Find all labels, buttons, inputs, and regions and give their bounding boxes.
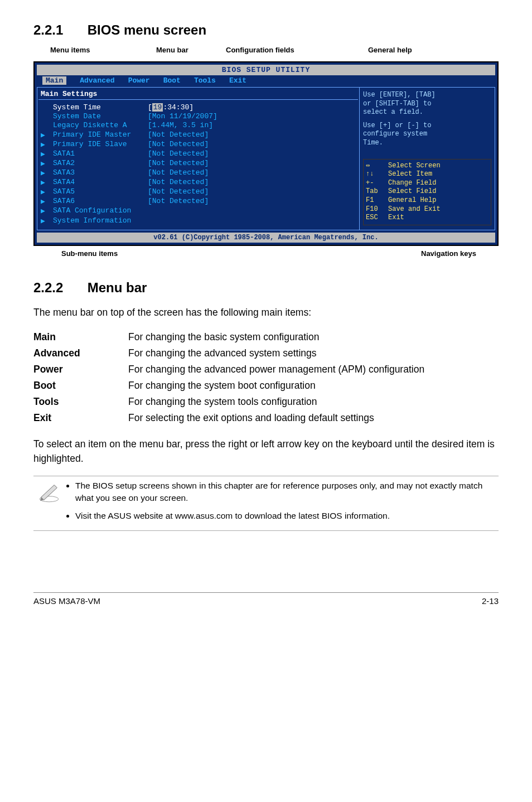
submenu-arrow-icon: ▶ bbox=[41, 206, 53, 215]
bios-field-value[interactable]: [Not Detected] bbox=[148, 131, 356, 139]
bios-field-label[interactable]: SATA1 bbox=[53, 149, 148, 158]
bios-field-label[interactable]: SATA Configuration bbox=[53, 206, 148, 215]
bios-field-label[interactable]: SATA2 bbox=[53, 159, 148, 168]
svg-marker-1 bbox=[41, 485, 57, 500]
note-item: The BIOS setup screens shown in this cha… bbox=[75, 480, 499, 504]
nav-desc: Select Field bbox=[388, 187, 436, 195]
definition-term: Boot bbox=[33, 378, 128, 394]
definition-row: AdvancedFor changing the advanced system… bbox=[33, 345, 424, 361]
diagram-bottom-labels: Sub-menu items Navigation keys bbox=[33, 249, 499, 258]
label-general-help: General help bbox=[368, 46, 412, 54]
submenu-arrow-icon bbox=[41, 112, 53, 120]
bios-field-value[interactable]: [Not Detected] bbox=[148, 149, 356, 158]
bios-field-label[interactable]: Legacy Diskette A bbox=[53, 121, 148, 129]
definition-desc: For changing the advanced system setting… bbox=[128, 345, 424, 361]
bios-field-value[interactable]: [1.44M, 3.5 in] bbox=[148, 121, 356, 129]
definition-term: Tools bbox=[33, 394, 128, 410]
bios-footer-bar: v02.61 (C)Copyright 1985-2008, American … bbox=[37, 233, 495, 243]
section-heading-2: 2.2.2 Menu bar bbox=[33, 280, 499, 296]
section-heading-1: 2.2.1 BIOS menu screen bbox=[33, 22, 499, 38]
tab-power[interactable]: Power bbox=[128, 76, 150, 85]
nav-desc: General Help bbox=[388, 196, 436, 204]
submenu-arrow-icon: ▶ bbox=[41, 187, 53, 196]
tab-exit[interactable]: Exit bbox=[229, 76, 246, 85]
tab-main[interactable]: Main bbox=[42, 76, 66, 85]
label-menu-bar: Menu bar bbox=[156, 46, 188, 54]
nav-key: ↑↓ bbox=[366, 170, 388, 179]
bios-field-label[interactable]: SATA6 bbox=[53, 197, 148, 206]
definition-row: BootFor changing the system boot configu… bbox=[33, 378, 424, 394]
nav-key: ESC bbox=[366, 214, 388, 223]
definition-desc: For changing the system tools configurat… bbox=[128, 394, 424, 410]
menu-bar-definitions: MainFor changing the basic system config… bbox=[33, 329, 424, 426]
nav-key-row: ⇔Select Screen bbox=[366, 162, 489, 171]
definition-term: Main bbox=[33, 329, 128, 345]
bios-field-value bbox=[148, 206, 356, 215]
bios-field-value[interactable]: [Not Detected] bbox=[148, 187, 356, 196]
help-line: Time. bbox=[363, 139, 491, 148]
definition-row: MainFor changing the basic system config… bbox=[33, 329, 424, 345]
bios-field-grid: System Time[19:34:30]System Date[Mon 11/… bbox=[38, 100, 358, 229]
submenu-arrow-icon: ▶ bbox=[41, 178, 53, 187]
section-number: 2.2.2 bbox=[33, 280, 84, 296]
bios-field-label[interactable]: SATA4 bbox=[53, 178, 148, 187]
help-line: Use [+] or [-] to bbox=[363, 122, 491, 131]
note-item: Visit the ASUS website at www.asus.com t… bbox=[75, 510, 499, 522]
nav-key-row: TabSelect Field bbox=[366, 187, 489, 196]
label-navkeys: Navigation keys bbox=[421, 249, 476, 258]
nav-key-row: F10Save and Exit bbox=[366, 205, 489, 214]
nav-desc: Save and Exit bbox=[388, 205, 441, 213]
help-text: Use [ENTER], [TAB] or [SHIFT-TAB] to sel… bbox=[363, 91, 491, 148]
nav-key-row: F1General Help bbox=[366, 196, 489, 205]
bios-field-value[interactable]: [Not Detected] bbox=[148, 140, 356, 149]
bios-field-label[interactable]: SATA5 bbox=[53, 187, 148, 196]
bios-field-value[interactable]: [19:34:30] bbox=[148, 103, 356, 112]
bios-field-value[interactable]: [Not Detected] bbox=[148, 197, 356, 206]
bios-left-pane: Main Settings System Time[19:34:30]Syste… bbox=[37, 87, 360, 230]
definition-desc: For selecting the exit options and loadi… bbox=[128, 410, 424, 426]
bios-title-bar: BIOS SETUP UTILITY bbox=[37, 65, 495, 75]
bios-field-label[interactable]: Primary IDE Master bbox=[53, 131, 148, 139]
bios-field-value[interactable]: [Not Detected] bbox=[148, 159, 356, 168]
label-config-fields: Configuration fields bbox=[226, 46, 294, 54]
footer-left: ASUS M3A78-VM bbox=[33, 596, 100, 606]
bios-field-label[interactable]: System Time bbox=[53, 103, 148, 112]
nav-key: F1 bbox=[366, 196, 388, 205]
note-list: The BIOS setup screens shown in this cha… bbox=[65, 480, 499, 527]
nav-keys-box: ⇔Select Screen↑↓Select Item+-Change Fiel… bbox=[363, 159, 491, 225]
nav-desc: Select Item bbox=[388, 170, 432, 178]
submenu-arrow-icon bbox=[41, 121, 53, 129]
nav-key: +- bbox=[366, 179, 388, 188]
bios-menu-bar[interactable]: Main Advanced Power Boot Tools Exit bbox=[37, 75, 495, 87]
page-footer: ASUS M3A78-VM 2-13 bbox=[33, 592, 499, 606]
definition-term: Exit bbox=[33, 410, 128, 426]
help-line: or [SHIFT-TAB] to bbox=[363, 100, 491, 109]
nav-key: ⇔ bbox=[366, 162, 388, 171]
section2-intro: The menu bar on top of the screen has th… bbox=[33, 306, 499, 320]
bios-field-value[interactable]: [Not Detected] bbox=[148, 178, 356, 187]
definition-row: PowerFor changing the advanced power man… bbox=[33, 361, 424, 378]
bios-field-label[interactable]: System Date bbox=[53, 112, 148, 120]
submenu-arrow-icon: ▶ bbox=[41, 140, 53, 149]
tab-advanced[interactable]: Advanced bbox=[80, 76, 114, 85]
bios-field-label[interactable]: SATA3 bbox=[53, 168, 148, 177]
nav-desc: Exit bbox=[388, 214, 404, 221]
nav-key-row: ESCExit bbox=[366, 214, 489, 223]
definition-term: Power bbox=[33, 361, 128, 378]
bios-field-label[interactable]: System Information bbox=[53, 216, 148, 225]
bios-help-pane: Use [ENTER], [TAB] or [SHIFT-TAB] to sel… bbox=[360, 87, 495, 230]
tab-boot[interactable]: Boot bbox=[163, 76, 181, 85]
help-line: select a field. bbox=[363, 108, 491, 117]
note-box: The BIOS setup screens shown in this cha… bbox=[33, 476, 499, 531]
bios-field-value[interactable]: [Not Detected] bbox=[148, 168, 356, 177]
definition-desc: For changing the basic system configurat… bbox=[128, 329, 424, 345]
bios-field-value[interactable]: [Mon 11/19/2007] bbox=[148, 112, 356, 120]
nav-key-row: +-Change Field bbox=[366, 179, 489, 188]
help-line: configure system bbox=[363, 130, 491, 139]
nav-desc: Select Screen bbox=[388, 162, 441, 170]
nav-key-row: ↑↓Select Item bbox=[366, 170, 489, 179]
help-line: Use [ENTER], [TAB] bbox=[363, 91, 491, 100]
label-menu-items: Menu items bbox=[50, 46, 90, 54]
tab-tools[interactable]: Tools bbox=[194, 76, 216, 85]
bios-field-label[interactable]: Primary IDE Slave bbox=[53, 140, 148, 149]
